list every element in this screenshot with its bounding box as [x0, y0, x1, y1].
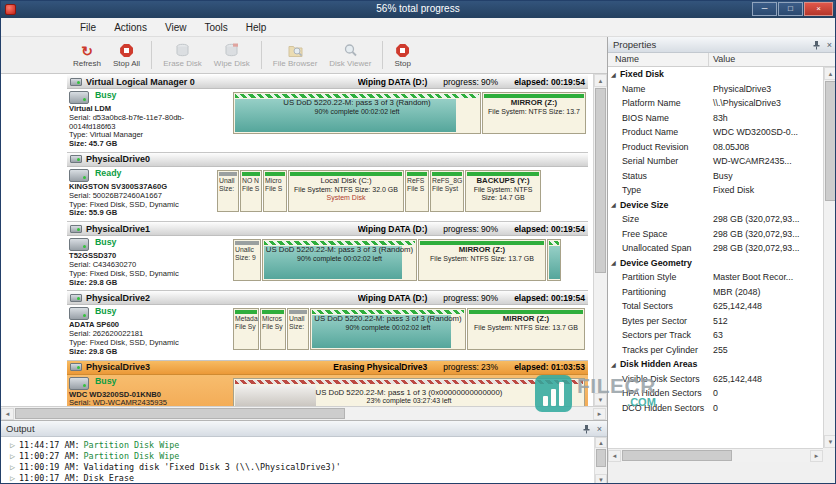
output-scrollbar[interactable]: ▲ ▼	[594, 437, 607, 484]
title-bar[interactable]: 56% total progress ─ □ ×	[1, 1, 835, 18]
partition-local-disk-c[interactable]: Local Disk (C:)File System: NTFS Size: 3…	[288, 170, 404, 212]
disk-viewer-button[interactable]: Disk Viewer	[323, 37, 377, 73]
menu-tools[interactable]: Tools	[195, 20, 236, 35]
scroll-up-icon[interactable]: ▲	[595, 437, 607, 448]
disk-row-physicaldrive1[interactable]: PhysicalDrive1 Wiping DATA (D:) progress…	[67, 222, 588, 291]
menu-view[interactable]: View	[156, 20, 196, 35]
stop-icon	[396, 43, 409, 58]
property-group-device-size[interactable]: ◢Device Size	[608, 198, 823, 213]
property-row[interactable]: Product NameWDC WD3200SD-0...	[608, 125, 823, 140]
pin-icon[interactable]	[582, 424, 591, 434]
stop-all-button[interactable]: Stop All	[107, 37, 146, 73]
partition-wipe-progress[interactable]: US DoD 5220.22-M: pass 3 of 3 (Random)90…	[233, 92, 481, 134]
disk-header[interactable]: PhysicalDrive0	[67, 153, 588, 167]
disk-row-physicaldrive2[interactable]: PhysicalDrive2 Wiping DATA (D:) progress…	[67, 291, 588, 360]
partition-backups-y[interactable]: BACKUPS (Y:)File System: NTFSSize: 14.7 …	[465, 170, 541, 212]
disk-header[interactable]: Virtual Logical Manager 0 Wiping DATA (D…	[67, 75, 588, 89]
property-row[interactable]: Total Sectors625,142,448	[608, 299, 823, 314]
partition-wipe-progress[interactable]: US DoD 5220.22-M: pass 3 of 3 (Random)90…	[310, 308, 466, 350]
property-row[interactable]: NamePhysicalDrive3	[608, 82, 823, 97]
property-row[interactable]: Product Revision08.05J08	[608, 140, 823, 155]
properties-hscrollbar[interactable]: ◄ ►	[608, 448, 823, 462]
partition-small-wiped[interactable]	[547, 239, 561, 281]
scroll-left-icon[interactable]: ◄	[1, 408, 14, 420]
disk-row-virtual-logical-manager-0[interactable]: Virtual Logical Manager 0 Wiping DATA (D…	[67, 75, 588, 153]
partition-mirror-z[interactable]: MIRROR (Z:)File System: NTFS Size: 13.7 …	[418, 239, 546, 281]
properties-scrollbar[interactable]: ▲ ▼	[823, 67, 836, 448]
property-row[interactable]: TypeFixed Disk	[608, 183, 823, 198]
file-browser-button[interactable]: File Browser	[267, 37, 323, 73]
scroll-up-icon[interactable]: ▲	[594, 74, 607, 87]
partition-microsoft-reserved[interactable]: MicrosFile Sy	[260, 308, 286, 350]
property-row[interactable]: HPA Hidden Sectors0	[608, 386, 823, 401]
partition-refs-8g[interactable]: ReFS_8GFile Syst	[430, 170, 464, 212]
scroll-up-icon[interactable]: ▲	[824, 67, 836, 80]
maximize-button[interactable]: □	[778, 2, 803, 16]
scrollbar-thumb[interactable]	[825, 81, 836, 201]
scroll-down-icon[interactable]: ▼	[824, 435, 836, 448]
erase-disk-button[interactable]: Erase Disk	[157, 37, 208, 73]
stop-button[interactable]: Stop	[388, 37, 416, 73]
partition-mirror-z[interactable]: MIRROR (Z:)File System: NTFS Size: 13.7	[482, 92, 586, 134]
wipe-disk-button[interactable]: Wipe Disk	[208, 37, 256, 73]
property-row[interactable]: BIOS Name83h	[608, 111, 823, 126]
property-row[interactable]: Serial NumberWD-WCAMR2435...	[608, 154, 823, 169]
partition-refs[interactable]: ReFSFile S	[405, 170, 429, 212]
close-panel-icon[interactable]: ×	[597, 424, 602, 434]
disk-row-physicaldrive3[interactable]: PhysicalDrive3 Erasing PhysicalDrive3 pr…	[67, 361, 588, 406]
partition-unallocated[interactable]: UnallcSize: 9	[233, 239, 261, 281]
property-row[interactable]: Bytes per Sector512	[608, 314, 823, 329]
scroll-right-icon[interactable]: ►	[810, 450, 823, 462]
disk-header[interactable]: PhysicalDrive3 Erasing PhysicalDrive3 pr…	[67, 361, 588, 375]
partition-no-name[interactable]: NO NFile S	[240, 170, 262, 212]
disk-header[interactable]: PhysicalDrive2 Wiping DATA (D:) progress…	[67, 291, 588, 305]
output-header[interactable]: Output ×	[1, 421, 607, 437]
menu-actions[interactable]: Actions	[105, 20, 156, 35]
stop-all-icon	[120, 43, 133, 58]
partition-mirror-z[interactable]: MIRROR (Z:)File System: NTFS Size: 13.7 …	[467, 308, 585, 350]
disk-list-scrollbar[interactable]: ▲ ▼	[593, 74, 607, 406]
column-name[interactable]: Name	[608, 53, 709, 66]
property-row[interactable]: Tracks per Cylinder255	[608, 343, 823, 358]
scroll-down-icon[interactable]: ▼	[595, 474, 607, 484]
scroll-right-icon[interactable]: ►	[593, 408, 606, 420]
property-row[interactable]: DCO Hidden Sectors0	[608, 401, 823, 416]
close-panel-icon[interactable]: ×	[827, 40, 832, 50]
property-row[interactable]: Platform Name\\.\PhysicalDrive3	[608, 96, 823, 111]
minimize-button[interactable]: ─	[752, 2, 777, 16]
scrollbar-thumb[interactable]	[595, 88, 606, 273]
scrollbar-thumb[interactable]	[622, 450, 732, 461]
disk-header[interactable]: PhysicalDrive1 Wiping DATA (D:) progress…	[67, 222, 588, 236]
menu-help[interactable]: Help	[237, 20, 276, 35]
properties-header[interactable]: Properties ×	[608, 37, 836, 53]
property-group-fixed-disk[interactable]: ◢Fixed Disk	[608, 67, 823, 82]
partition-erase-progress[interactable]: US DoD 5220.22-M: pass 1 of 3 (0x0000000…	[233, 378, 585, 406]
disk-info: Busy WDC WD3200SD-01KNB0 Serial: WD-WCAM…	[69, 377, 217, 406]
property-row[interactable]: StatusBusy	[608, 169, 823, 184]
partition-microsoft-reserved[interactable]: MicroFile S	[263, 170, 287, 212]
property-row[interactable]: PartitioningMBR (2048)	[608, 285, 823, 300]
scrollbar-thumb[interactable]	[15, 408, 345, 419]
property-row[interactable]: Size298 GB (320,072,93...	[608, 212, 823, 227]
partition-metadata[interactable]: MetadaFile Sy	[233, 308, 259, 350]
partition-unallocated[interactable]: UnallSize:	[287, 308, 309, 350]
property-group-device-geometry[interactable]: ◢Device Geometry	[608, 256, 823, 271]
disk-list-hscrollbar[interactable]: ◄ ►	[1, 406, 607, 420]
property-row[interactable]: Visible Disk Sectors625,142,448	[608, 372, 823, 387]
menu-file[interactable]: File	[71, 20, 105, 35]
property-row[interactable]: Unallocated Span298 GB (320,072,93...	[608, 241, 823, 256]
property-row[interactable]: Sectors per Track63	[608, 328, 823, 343]
disk-row-physicaldrive0[interactable]: PhysicalDrive0 Ready KINGSTON SV300S37A6…	[67, 153, 588, 222]
partition-wipe-progress[interactable]: US DoD 5220.22-M: pass 3 of 3 (Random)90…	[262, 239, 417, 281]
scroll-down-icon[interactable]: ▼	[594, 393, 607, 406]
property-group-disk-hidden-areas[interactable]: ◢Disk Hidden Areas	[608, 357, 823, 372]
property-row[interactable]: Free Space298 GB (320,072,93...	[608, 227, 823, 242]
pin-icon[interactable]	[812, 40, 821, 50]
property-row[interactable]: Partition StyleMaster Boot Recor...	[608, 270, 823, 285]
close-button[interactable]: ×	[804, 2, 833, 16]
scroll-left-icon[interactable]: ◄	[608, 450, 621, 462]
scrollbar-thumb[interactable]	[596, 449, 606, 467]
refresh-button[interactable]: ↻ Refresh	[67, 37, 107, 73]
column-value[interactable]: Value	[709, 53, 735, 66]
partition-unallocated[interactable]: UnallSize:	[217, 170, 239, 212]
